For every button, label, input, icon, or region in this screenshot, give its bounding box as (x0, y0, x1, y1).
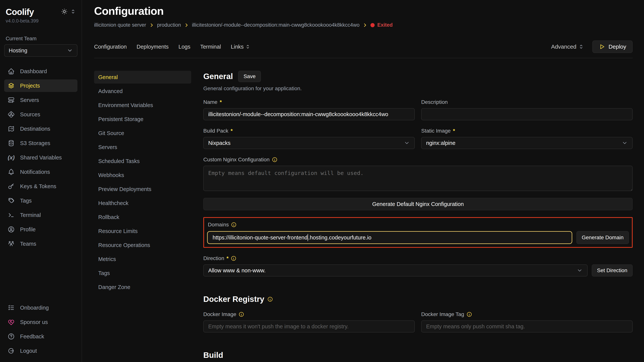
build-heading: Build (203, 351, 633, 360)
sidebar-item-notifications[interactable]: Notifications (4, 166, 78, 178)
sidebar-item-label: Terminal (20, 212, 41, 218)
sidebar-item-destinations[interactable]: Destinations (4, 123, 78, 135)
team-select[interactable]: Hosting (4, 44, 78, 57)
generate-nginx-button[interactable]: Generate Default Nginx Configuration (203, 198, 633, 210)
sidebar-item-sponsor[interactable]: Sponsor us (4, 316, 78, 328)
bell-icon (8, 168, 15, 176)
sidebar: Coolify v4.0.0-beta.399 Current Team Hos… (0, 0, 82, 362)
chevron-down-icon (576, 267, 583, 274)
description-input[interactable] (421, 108, 633, 120)
static-image-select[interactable]: nginx:alpine (421, 137, 633, 149)
chevron-right-icon (149, 23, 154, 28)
sidebar-item-logout[interactable]: Logout (4, 345, 78, 357)
nginx-config-label: Custom Nginx Configuration (203, 157, 633, 163)
sidebar-item-label: Onboarding (20, 305, 49, 311)
breadcrumb-resource[interactable]: illicitestonion/-module--decomposition:m… (192, 22, 360, 28)
sidebar-item-shared-variables[interactable]: (x) Shared Variables (4, 151, 78, 164)
sidebar-item-s3-storages[interactable]: S3 Storages (4, 137, 78, 149)
map-icon (8, 125, 15, 132)
subnav-resource-limits[interactable]: Resource Limits (94, 225, 191, 238)
direction-select[interactable]: Allow www & non-www. (203, 264, 588, 277)
page-title: Configuration (94, 4, 633, 17)
set-direction-button[interactable]: Set Direction (592, 264, 633, 277)
advanced-dropdown[interactable]: Advanced (551, 43, 584, 50)
subnav-scheduled-tasks[interactable]: Scheduled Tasks (94, 155, 191, 168)
subnav-persistent-storage[interactable]: Persistent Storage (94, 113, 191, 126)
tab-configuration[interactable]: Configuration (94, 44, 127, 50)
theme-selector-icon[interactable] (70, 9, 76, 14)
nginx-config-textarea[interactable] (203, 166, 633, 191)
terminal-icon (8, 211, 15, 219)
sidebar-item-tags[interactable]: Tags (4, 194, 78, 207)
home-icon (8, 68, 15, 75)
chevron-down-icon (622, 140, 628, 146)
sidebar-item-terminal[interactable]: Terminal (4, 209, 78, 221)
main-content: Configuration illicitonion quote server … (82, 0, 644, 362)
sidebar-item-label: Dashboard (20, 68, 47, 74)
sidebar-item-profile[interactable]: Profile (4, 223, 78, 236)
sidebar-item-onboarding[interactable]: Onboarding (4, 302, 78, 314)
user-circle-icon (8, 226, 15, 233)
sidebar-item-label: Projects (20, 83, 40, 89)
layers-icon (8, 82, 15, 89)
users-icon (8, 240, 15, 247)
checklist-icon (8, 304, 15, 311)
tab-links-label: Links (231, 44, 244, 50)
sidebar-item-label: Keys & Tokens (20, 183, 56, 190)
breadcrumb-project[interactable]: illicitonion quote server (94, 22, 146, 28)
tab-links[interactable]: Links (231, 44, 250, 50)
general-subtitle: General configuration for your applicati… (203, 85, 633, 91)
sidebar-item-teams[interactable]: Teams (4, 238, 78, 250)
sidebar-item-projects[interactable]: Projects (4, 79, 78, 92)
theme-toggle-sun-icon[interactable] (61, 8, 68, 15)
sidebar-item-keys-tokens[interactable]: Keys & Tokens (4, 180, 78, 193)
key-icon (8, 183, 15, 190)
tab-deployments[interactable]: Deployments (137, 44, 169, 50)
sidebar-item-label: Destinations (20, 126, 50, 132)
chevron-right-icon (362, 23, 368, 28)
subnav-environment-variables[interactable]: Environment Variables (94, 99, 191, 112)
docker-image-label: Docker Image (203, 311, 415, 317)
info-icon (231, 256, 236, 261)
sidebar-item-servers[interactable]: Servers (4, 94, 78, 106)
git-icon (8, 111, 15, 118)
domains-input[interactable]: https://illicitonion-quote-server-fronte… (207, 231, 572, 244)
deploy-button[interactable]: Deploy (592, 40, 633, 53)
subnav-servers[interactable]: Servers (94, 141, 191, 154)
build-pack-select[interactable]: Nixpacks (203, 137, 415, 149)
subnav-general[interactable]: General (94, 71, 191, 84)
subnav-preview-deployments[interactable]: Preview Deployments (94, 183, 191, 196)
subnav-tags[interactable]: Tags (94, 267, 191, 280)
subnav-healthcheck[interactable]: Healthcheck (94, 197, 191, 210)
name-input[interactable] (203, 108, 415, 120)
help-circle-icon (8, 333, 15, 340)
tab-logs[interactable]: Logs (178, 44, 190, 50)
subnav-resource-operations[interactable]: Resource Operations (94, 239, 191, 252)
tab-terminal[interactable]: Terminal (200, 44, 221, 50)
play-icon (599, 43, 605, 50)
static-image-value: nginx:alpine (426, 140, 456, 146)
sidebar-item-label: Feedback (20, 334, 44, 340)
sidebar-item-dashboard[interactable]: Dashboard (4, 65, 78, 77)
docker-image-input[interactable] (203, 320, 415, 333)
subnav-webhooks[interactable]: Webhooks (94, 169, 191, 182)
subnav-metrics[interactable]: Metrics (94, 253, 191, 266)
docker-image-tag-input[interactable] (421, 320, 633, 333)
description-label: Description (421, 99, 633, 105)
breadcrumb-environment[interactable]: production (157, 22, 181, 28)
sidebar-item-feedback[interactable]: Feedback (4, 330, 78, 343)
variable-icon: (x) (8, 154, 15, 161)
subnav-danger-zone[interactable]: Danger Zone (94, 281, 191, 294)
sidebar-item-label: Sponsor us (20, 319, 48, 325)
database-icon (8, 140, 15, 147)
deploy-label: Deploy (608, 43, 626, 50)
subnav-advanced[interactable]: Advanced (94, 85, 191, 98)
generate-domain-button[interactable]: Generate Domain (576, 231, 629, 244)
sidebar-item-sources[interactable]: Sources (4, 108, 78, 121)
advanced-label: Advanced (551, 43, 576, 50)
save-button[interactable]: Save (238, 71, 261, 82)
status-badge: Exited (370, 22, 392, 28)
subnav-git-source[interactable]: Git Source (94, 127, 191, 140)
team-select-value: Hosting (9, 47, 27, 54)
subnav-rollback[interactable]: Rollback (94, 211, 191, 224)
